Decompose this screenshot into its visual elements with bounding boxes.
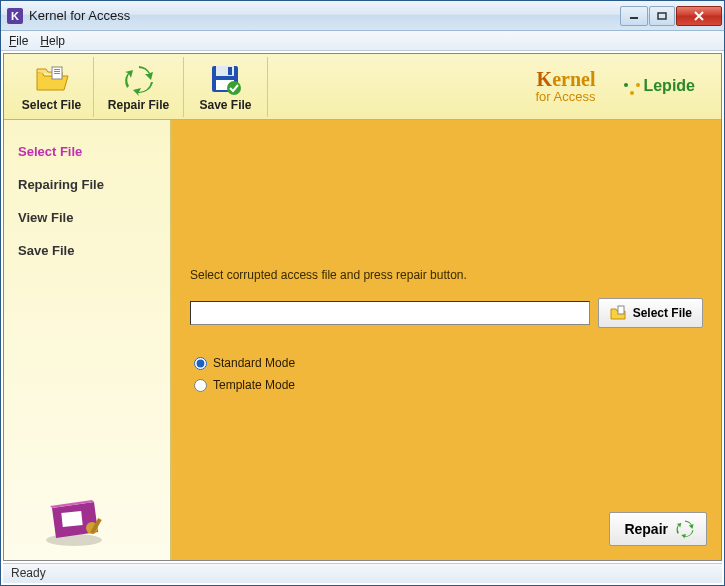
select-file-button-label: Select File <box>633 306 692 320</box>
svg-rect-5 <box>54 73 60 74</box>
brand-area: Kernel for Access Lepide <box>535 68 715 104</box>
menubar: File Help <box>1 31 724 51</box>
radio-template-input[interactable] <box>194 379 207 392</box>
close-icon <box>693 11 705 21</box>
brand-lepide-text: Lepide <box>643 77 695 95</box>
maximize-icon <box>657 12 667 20</box>
maximize-button[interactable] <box>649 6 675 26</box>
app-window: K Kernel for Access File Help <box>0 0 725 586</box>
toolbar-select-file-label: Select File <box>22 98 81 112</box>
folder-icon <box>609 304 627 322</box>
svg-rect-12 <box>61 511 82 527</box>
floppy-save-icon <box>208 64 244 96</box>
folder-open-icon <box>34 64 70 96</box>
minimize-button[interactable] <box>620 6 648 26</box>
sidebar-step-select-file[interactable]: Select File <box>18 144 156 159</box>
radio-standard-input[interactable] <box>194 357 207 370</box>
sidebar: Select File Repairing File View File Sav… <box>4 120 172 560</box>
window-title: Kernel for Access <box>29 8 620 23</box>
content-area: Select File Repair File <box>3 53 722 561</box>
radio-standard-mode[interactable]: Standard Mode <box>190 356 703 370</box>
sidebar-step-save-file[interactable]: Save File <box>18 243 156 258</box>
main-panel: Select corrupted access file and press r… <box>172 120 721 560</box>
svg-rect-1 <box>658 13 666 19</box>
toolbar-select-file[interactable]: Select File <box>10 57 94 117</box>
toolbar: Select File Repair File <box>4 54 721 120</box>
svg-point-11 <box>46 534 102 546</box>
toolbar-repair-file-label: Repair File <box>108 98 169 112</box>
svg-rect-3 <box>54 69 60 70</box>
recycle-icon <box>121 64 157 96</box>
brand-kernel: Kernel for Access <box>535 68 595 104</box>
app-icon: K <box>7 8 23 24</box>
access-repair-icon <box>44 498 114 548</box>
repair-button-label: Repair <box>624 521 668 537</box>
sidebar-step-repairing-file[interactable]: Repairing File <box>18 177 156 192</box>
minimize-icon <box>629 12 639 20</box>
sidebar-step-view-file[interactable]: View File <box>18 210 156 225</box>
recycle-icon <box>674 518 696 540</box>
status-text: Ready <box>11 566 46 580</box>
brand-kernel-text: ernel <box>552 68 595 90</box>
instruction-text: Select corrupted access file and press r… <box>190 268 703 282</box>
statusbar: Ready <box>3 563 722 583</box>
radio-template-label: Template Mode <box>213 378 295 392</box>
radio-template-mode[interactable]: Template Mode <box>190 378 703 392</box>
toolbar-repair-file[interactable]: Repair File <box>94 57 184 117</box>
file-selection-row: Select File <box>190 298 703 328</box>
menu-file[interactable]: File <box>9 34 28 48</box>
svg-rect-0 <box>630 17 638 19</box>
radio-standard-label: Standard Mode <box>213 356 295 370</box>
brand-kernel-sub: for Access <box>535 90 595 104</box>
window-controls <box>620 6 722 26</box>
titlebar: K Kernel for Access <box>1 1 724 31</box>
repair-button[interactable]: Repair <box>609 512 707 546</box>
close-button[interactable] <box>676 6 722 26</box>
select-file-button[interactable]: Select File <box>598 298 703 328</box>
svg-rect-15 <box>618 306 624 314</box>
svg-rect-8 <box>228 67 232 75</box>
body-area: Select File Repairing File View File Sav… <box>4 120 721 560</box>
svg-point-10 <box>227 81 241 95</box>
toolbar-save-file[interactable]: Save File <box>184 57 268 117</box>
toolbar-save-file-label: Save File <box>199 98 251 112</box>
file-path-input[interactable] <box>190 301 590 325</box>
svg-rect-4 <box>54 71 60 72</box>
brand-lepide: Lepide <box>625 77 695 95</box>
menu-help[interactable]: Help <box>40 34 65 48</box>
